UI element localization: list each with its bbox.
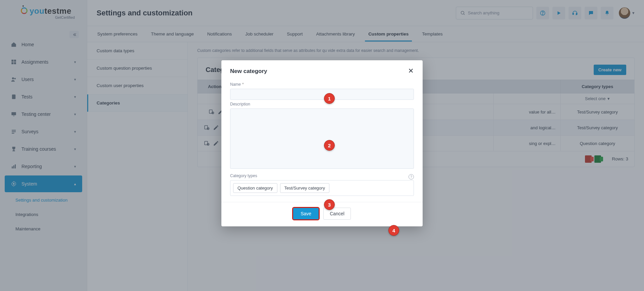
description-label: Description: [230, 102, 414, 106]
callout-2: 2: [324, 140, 335, 151]
category-types-select[interactable]: Question category Test/Survey category: [230, 180, 414, 196]
callout-3: 3: [324, 199, 335, 210]
close-icon[interactable]: [408, 68, 414, 75]
name-label: Name*: [230, 82, 414, 87]
new-category-modal: New category Name* Description Category …: [221, 60, 423, 226]
save-button[interactable]: Save: [293, 208, 319, 219]
name-input[interactable]: [230, 89, 414, 100]
callout-1: 1: [324, 93, 335, 104]
chip-question[interactable]: Question category: [233, 183, 277, 193]
types-label: Category types: [230, 173, 257, 178]
info-icon[interactable]: ?: [409, 174, 414, 179]
description-textarea[interactable]: [230, 108, 414, 169]
modal-title: New category: [230, 68, 267, 75]
callout-4: 4: [388, 225, 399, 236]
chip-test-survey[interactable]: Test/Survey category: [280, 183, 329, 193]
